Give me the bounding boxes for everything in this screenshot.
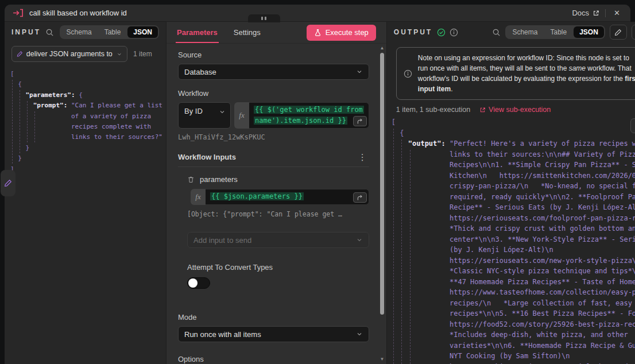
docs-link[interactable]: Docs [572, 9, 599, 17]
pencil-icon [614, 29, 622, 36]
code-line: Recipe** - Serious Eats (by J. Kenji Lóp… [392, 202, 635, 213]
pin-data-button[interactable] [632, 25, 635, 40]
external-link-icon [593, 10, 599, 17]
convert-types-toggle[interactable] [187, 277, 210, 289]
source-label: Source [178, 51, 369, 59]
output-panel: OUTPUT Schema Table JSON [387, 22, 635, 364]
code-line: "output": "Perfect! Here's a variety of … [392, 138, 635, 149]
node-title: call skill based on workflow id [29, 9, 127, 17]
workflow-row: By ID fx {{ $('get workflow id from name… [178, 102, 369, 129]
trash-icon[interactable] [187, 176, 195, 183]
code-line: *Thick and crispy crust with golden bott… [392, 223, 635, 234]
convert-types-label: Attempt To Convert Types [187, 263, 369, 272]
code-line: https://www.tasteofhome.com/collection/e… [392, 287, 635, 298]
output-status-icons [437, 28, 458, 37]
mode-label: Mode [178, 313, 369, 322]
toggle-knob [188, 278, 198, 288]
code-line: **47 Homemade Pizza Recipes** - Taste of… [392, 277, 635, 288]
options-header: Options [178, 355, 369, 364]
sub-workflow-node-icon [13, 9, 24, 17]
input-run-row: deliver JSON arguments to ski 1 item [5, 42, 166, 64]
output-tab-json[interactable]: JSON [574, 26, 604, 38]
view-sub-execution-link[interactable]: View sub-execution [479, 106, 551, 114]
node-tab[interactable] [248, 14, 280, 22]
output-tab-schema[interactable]: Schema [506, 26, 543, 38]
kebab-menu-icon[interactable]: ⋮ [356, 153, 369, 161]
input-tab-table[interactable]: Table [99, 26, 127, 38]
execute-step-button[interactable]: Execute step [307, 25, 376, 41]
edit-pencil-icon [4, 179, 12, 187]
code-line: Recipes\n\n1. **Simple Crispy Pan Pizza*… [392, 160, 635, 171]
output-search-icon[interactable] [492, 28, 501, 37]
output-item-count: 1 item, 1 sub-execution [396, 106, 470, 114]
input-item-count: 1 item [133, 50, 152, 58]
input-node-selector[interactable]: deliver JSON arguments to ski [11, 46, 127, 62]
resolved-workflow-id: Lwh_HTaiVfz_12wKsPKUC [178, 133, 369, 141]
code-line: (by J. Kenji López-Alt)\n [392, 245, 635, 255]
input-title: INPUT [11, 28, 41, 36]
code-line: { [392, 128, 635, 139]
mode-select[interactable]: Run once with all items [178, 326, 369, 342]
open-expression-editor-button[interactable] [353, 116, 367, 126]
workflow-mode-select[interactable]: By ID [178, 102, 231, 129]
success-check-icon [437, 28, 446, 37]
scrollbar-thumb[interactable] [380, 53, 384, 315]
panel-row: INPUT Schema Table JSON deliver JSON arg… [5, 22, 630, 364]
code-line: center*\n\n3. **New York-Style Pizza** -… [392, 234, 635, 245]
workflow-inputs-label: Workflow Inputs [178, 153, 236, 161]
workflow-label: Workflow [178, 89, 369, 98]
indent-guide [12, 80, 13, 164]
close-button[interactable]: ✕ [611, 9, 622, 17]
parameters-tab-bar: Parameters Settings Execute step [167, 22, 386, 44]
code-line: { [10, 79, 166, 90]
edit-input-edge-tab[interactable] [1, 170, 16, 196]
expand-arrow-icon [357, 118, 363, 125]
scroll-down-arrow[interactable]: ▼ [380, 356, 384, 363]
code-line: links to their sources?" [10, 132, 166, 142]
parameters-panel: Parameters Settings Execute step Source … [167, 22, 387, 364]
code-line: [ [10, 69, 166, 79]
fx-badge: fx [191, 189, 206, 205]
edit-output-button[interactable] [610, 25, 627, 40]
code-line: *Classic NYC-style pizza technique and t… [392, 266, 635, 277]
scroll-up-arrow[interactable]: ▲ [380, 45, 384, 52]
open-expression-editor-button[interactable] [353, 192, 367, 203]
code-line: } [10, 153, 166, 164]
parameters-scrollbar[interactable]: ▲ ▼ [378, 45, 386, 363]
expression-preview: [Object: {"prompt": "Can I please get … [187, 210, 369, 218]
input-tab-schema[interactable]: Schema [61, 26, 98, 38]
code-line: ] [10, 164, 166, 175]
output-view-tabs: Schema Table JSON [505, 25, 605, 39]
external-link-icon [479, 107, 486, 113]
code-line: *Includes deep-dish, white pizza, and ot… [392, 330, 635, 340]
tab-parameters[interactable]: Parameters [177, 28, 218, 37]
copy-output-button[interactable] [630, 118, 635, 133]
expand-arrow-icon [357, 195, 363, 201]
code-line: required, ready quickly*\n\n2. **Foolpro… [392, 192, 635, 203]
parameters-expression: fx {{ $json.parameters }} [191, 189, 369, 205]
add-input-select[interactable]: Add input to send [187, 232, 369, 248]
input-tab-json[interactable]: JSON [127, 26, 158, 38]
output-tab-table[interactable]: Table [544, 26, 572, 38]
indent-guide [34, 111, 35, 142]
code-line: crispy-pan-pizza/\n *No-knead, no specia… [392, 181, 635, 192]
code-line: https://seriouseats.com/new-york-style-p… [392, 255, 635, 266]
info-icon[interactable] [450, 28, 458, 37]
modal-header: call skill based on workflow id Docs ✕ [5, 5, 630, 22]
indent-guide [410, 150, 411, 364]
workflow-id-expression: fx {{ $('get workflow id from name').ite… [234, 102, 369, 129]
source-select[interactable]: Database [178, 64, 369, 80]
output-json-view[interactable]: [ { "output": "Perfect! Here's a variety… [387, 115, 635, 364]
input-json-view[interactable]: [ { "parameters": { "prompt": "Can I ple… [5, 64, 166, 364]
code-line: recipes/\n *Large collection of fast, ea… [392, 298, 635, 309]
input-view-tabs: Schema Table JSON [60, 25, 159, 39]
input-search-icon[interactable] [45, 28, 54, 37]
indent-guide [27, 101, 28, 142]
workflow-id-note: Note on using an expression for workflow… [396, 47, 635, 100]
workflow-id-expression-input[interactable]: {{ $('get workflow id from name').item.j… [249, 102, 369, 129]
code-line: https://seriouseats.com/foolproof-pan-pi… [392, 213, 635, 224]
tab-settings[interactable]: Settings [234, 28, 261, 37]
code-line: varieties*\n\n6. **Homemade Pizza Recipe… [392, 340, 635, 351]
parameters-expression-input[interactable]: {{ $json.parameters }} [206, 189, 369, 205]
code-line: [ [392, 117, 635, 128]
